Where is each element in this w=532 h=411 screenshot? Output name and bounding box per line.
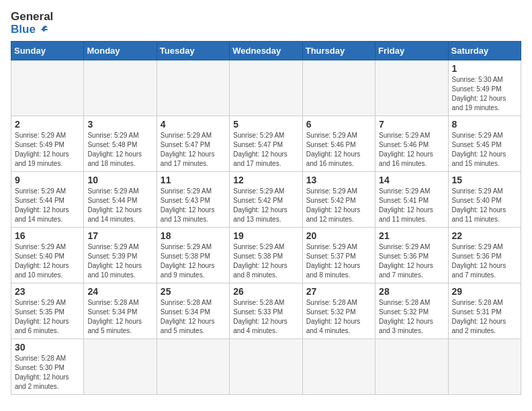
day-cell: 5Sunrise: 5:29 AM Sunset: 5:47 PM Daylig… [230,116,302,172]
empty-day-cell [84,339,157,395]
weekday-header-monday: Monday [84,42,157,60]
empty-day-cell [302,60,375,116]
day-cell: 25Sunrise: 5:28 AM Sunset: 5:34 PM Dayli… [157,283,229,339]
day-number: 7 [379,119,444,130]
day-cell: 21Sunrise: 5:29 AM Sunset: 5:36 PM Dayli… [375,228,448,283]
day-cell: 4Sunrise: 5:29 AM Sunset: 5:47 PM Daylig… [157,116,229,172]
day-info: Sunrise: 5:29 AM Sunset: 5:38 PM Dayligh… [161,242,226,280]
day-cell: 24Sunrise: 5:28 AM Sunset: 5:34 PM Dayli… [84,283,157,339]
weekday-header-saturday: Saturday [448,42,521,60]
day-number: 22 [452,230,517,241]
day-info: Sunrise: 5:29 AM Sunset: 5:40 PM Dayligh… [15,242,80,280]
day-info: Sunrise: 5:29 AM Sunset: 5:41 PM Dayligh… [379,187,444,224]
day-info: Sunrise: 5:28 AM Sunset: 5:34 PM Dayligh… [161,298,226,336]
day-number: 23 [15,286,80,297]
day-number: 19 [233,230,298,241]
day-info: Sunrise: 5:29 AM Sunset: 5:46 PM Dayligh… [379,131,444,169]
day-cell: 12Sunrise: 5:29 AM Sunset: 5:42 PM Dayli… [230,172,302,228]
day-number: 26 [233,286,298,297]
day-cell: 28Sunrise: 5:28 AM Sunset: 5:32 PM Dayli… [375,283,448,339]
day-number: 13 [306,175,371,185]
empty-day-cell [84,60,157,116]
calendar-week-row: 23Sunrise: 5:29 AM Sunset: 5:35 PM Dayli… [11,283,521,339]
day-cell: 23Sunrise: 5:29 AM Sunset: 5:35 PM Dayli… [11,283,84,339]
day-cell: 3Sunrise: 5:29 AM Sunset: 5:48 PM Daylig… [84,116,157,172]
day-info: Sunrise: 5:29 AM Sunset: 5:45 PM Dayligh… [452,131,517,169]
day-number: 3 [87,119,152,130]
day-info: Sunrise: 5:29 AM Sunset: 5:36 PM Dayligh… [452,242,517,280]
day-cell: 29Sunrise: 5:28 AM Sunset: 5:31 PM Dayli… [448,283,521,339]
weekday-header-row: SundayMondayTuesdayWednesdayThursdayFrid… [11,42,521,60]
day-info: Sunrise: 5:29 AM Sunset: 5:42 PM Dayligh… [233,187,298,224]
day-cell: 26Sunrise: 5:28 AM Sunset: 5:33 PM Dayli… [230,283,302,339]
day-number: 28 [379,286,444,297]
day-number: 12 [233,175,298,185]
calendar-week-row: 9Sunrise: 5:29 AM Sunset: 5:44 PM Daylig… [11,172,521,228]
day-info: Sunrise: 5:28 AM Sunset: 5:34 PM Dayligh… [87,298,152,336]
calendar-week-row: 30Sunrise: 5:28 AM Sunset: 5:30 PM Dayli… [11,339,521,395]
day-cell: 17Sunrise: 5:29 AM Sunset: 5:39 PM Dayli… [84,228,157,283]
logo: General Blue [11,11,53,36]
day-info: Sunrise: 5:29 AM Sunset: 5:43 PM Dayligh… [161,187,226,224]
day-number: 1 [452,63,517,74]
day-cell: 10Sunrise: 5:29 AM Sunset: 5:44 PM Dayli… [84,172,157,228]
day-info: Sunrise: 5:28 AM Sunset: 5:33 PM Dayligh… [233,298,298,336]
day-number: 2 [15,119,80,130]
empty-day-cell [11,60,84,116]
empty-day-cell [375,60,448,116]
logo-bird-icon [37,24,49,36]
day-info: Sunrise: 5:29 AM Sunset: 5:37 PM Dayligh… [306,242,371,280]
day-cell: 22Sunrise: 5:29 AM Sunset: 5:36 PM Dayli… [448,228,521,283]
day-info: Sunrise: 5:28 AM Sunset: 5:32 PM Dayligh… [306,298,371,336]
day-info: Sunrise: 5:29 AM Sunset: 5:47 PM Dayligh… [233,131,298,169]
calendar-week-row: 2Sunrise: 5:29 AM Sunset: 5:49 PM Daylig… [11,116,521,172]
calendar-table: SundayMondayTuesdayWednesdayThursdayFrid… [11,41,521,395]
day-number: 10 [87,175,152,185]
day-number: 8 [452,119,517,130]
day-info: Sunrise: 5:28 AM Sunset: 5:32 PM Dayligh… [379,298,444,336]
day-info: Sunrise: 5:28 AM Sunset: 5:31 PM Dayligh… [452,298,517,336]
day-number: 25 [161,286,226,297]
day-info: Sunrise: 5:29 AM Sunset: 5:38 PM Dayligh… [233,242,298,280]
day-cell: 9Sunrise: 5:29 AM Sunset: 5:44 PM Daylig… [11,172,84,228]
day-info: Sunrise: 5:29 AM Sunset: 5:46 PM Dayligh… [306,131,371,169]
day-number: 5 [233,119,298,130]
day-number: 24 [87,286,152,297]
day-number: 6 [306,119,371,130]
weekday-header-tuesday: Tuesday [157,42,229,60]
weekday-header-friday: Friday [375,42,448,60]
day-cell: 1Sunrise: 5:30 AM Sunset: 5:49 PM Daylig… [448,60,521,116]
day-cell: 18Sunrise: 5:29 AM Sunset: 5:38 PM Dayli… [157,228,229,283]
empty-day-cell [157,339,229,395]
empty-day-cell [157,60,229,116]
day-number: 20 [306,230,371,241]
day-number: 27 [306,286,371,297]
day-cell: 13Sunrise: 5:29 AM Sunset: 5:42 PM Dayli… [302,172,375,228]
day-number: 14 [379,175,444,185]
calendar-week-row: 1Sunrise: 5:30 AM Sunset: 5:49 PM Daylig… [11,60,521,116]
day-info: Sunrise: 5:29 AM Sunset: 5:47 PM Dayligh… [161,131,226,169]
day-cell: 14Sunrise: 5:29 AM Sunset: 5:41 PM Dayli… [375,172,448,228]
day-cell: 8Sunrise: 5:29 AM Sunset: 5:45 PM Daylig… [448,116,521,172]
day-number: 21 [379,230,444,241]
day-number: 30 [15,342,80,353]
day-number: 16 [15,230,80,241]
header: General Blue [11,11,521,36]
day-info: Sunrise: 5:29 AM Sunset: 5:49 PM Dayligh… [15,131,80,169]
day-cell: 15Sunrise: 5:29 AM Sunset: 5:40 PM Dayli… [448,172,521,228]
day-number: 17 [87,230,152,241]
day-info: Sunrise: 5:30 AM Sunset: 5:49 PM Dayligh… [452,75,517,113]
empty-day-cell [448,339,521,395]
day-info: Sunrise: 5:29 AM Sunset: 5:44 PM Dayligh… [15,187,80,224]
day-cell: 16Sunrise: 5:29 AM Sunset: 5:40 PM Dayli… [11,228,84,283]
day-cell: 6Sunrise: 5:29 AM Sunset: 5:46 PM Daylig… [302,116,375,172]
empty-day-cell [230,60,302,116]
day-number: 11 [161,175,226,185]
day-cell: 30Sunrise: 5:28 AM Sunset: 5:30 PM Dayli… [11,339,84,395]
logo-text: General Blue [11,11,53,36]
day-cell: 19Sunrise: 5:29 AM Sunset: 5:38 PM Dayli… [230,228,302,283]
empty-day-cell [230,339,302,395]
day-info: Sunrise: 5:29 AM Sunset: 5:35 PM Dayligh… [15,298,80,336]
weekday-header-thursday: Thursday [302,42,375,60]
day-info: Sunrise: 5:29 AM Sunset: 5:39 PM Dayligh… [87,242,152,280]
